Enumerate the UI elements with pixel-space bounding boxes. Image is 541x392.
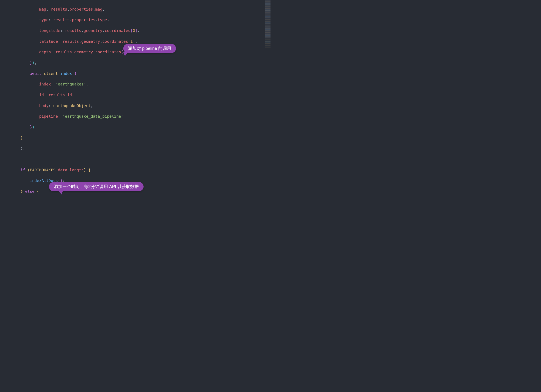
keyword-if: if [21,168,25,172]
prop-key: mag [39,7,46,11]
code-line: longitude: results.geometry.coordinates[… [2,28,269,33]
callout-text: 添加对 pipeline 的调用 [128,46,171,51]
code-line: ) [2,135,269,141]
method: index [60,71,72,76]
string: 'earthquakes' [56,82,86,86]
prop: coordinates [95,50,121,54]
code-line: }), [2,60,269,66]
code-line: index: 'earthquakes', [2,82,269,87]
prop-key: latitude [39,39,58,44]
ident: results [62,39,79,44]
ident: results [49,93,65,97]
code-line: type: results.properties.type, [2,17,269,23]
prop: id [67,93,72,97]
code-line: id: results.id, [2,92,269,98]
minimap[interactable] [265,0,270,47]
callout-text: 添加一个时间，每2分钟调用 API 以获取数据 [54,184,139,189]
ident: earthquakeObject [53,103,90,108]
code-line: ); [2,146,269,151]
prop-key: id [39,93,44,97]
prop: geometry [83,28,102,33]
code-line: body: earthquakeObject, [2,103,269,108]
prop-key: depth [39,50,51,54]
prop: properties [69,7,93,11]
ident: client [44,71,58,76]
code-line: mag: results.properties.mag, [2,7,269,12]
string: 'earthquake_data_pipeline' [62,114,124,119]
prop: coordinates [102,39,128,44]
prop-key: longitude [39,28,60,33]
prop: data [58,168,67,172]
keyword-else: else [25,189,34,194]
code-line: latitude: results.geometry.coordinates[1… [2,39,269,44]
number: 1 [130,39,133,44]
code-line: pipeline: 'earthquake_data_pipeline' [2,114,269,119]
prop-key: type [39,17,48,22]
code-line: await client.index({ [2,71,269,76]
code-editor[interactable]: mag: results.properties.mag, type: resul… [0,0,270,196]
code-line: }) [2,124,269,130]
prop: geometry [74,50,93,54]
prop-key: pipeline [39,114,58,119]
ident: results [65,28,81,33]
code-line: if (EARTHQUAKES.data.length) { [2,168,269,173]
prop: length [69,168,83,172]
annotation-callout-pipeline: 添加对 pipeline 的调用 [123,44,176,53]
prop: properties [72,17,95,22]
prop-key: body [39,103,48,108]
keyword-await: await [30,71,42,76]
ident: results [53,17,69,22]
ident: results [51,7,67,11]
ident: EARTHQUAKES [30,168,56,172]
ident: results [56,50,72,54]
blank-line [2,157,269,162]
prop: geometry [81,39,100,44]
prop: mag [95,7,103,11]
annotation-callout-interval: 添加一个时间，每2分钟调用 API 以获取数据 [49,182,144,191]
prop-key: index [39,82,51,86]
prop: type [98,17,107,22]
number: 0 [133,28,135,33]
prop: coordinates [105,28,130,33]
